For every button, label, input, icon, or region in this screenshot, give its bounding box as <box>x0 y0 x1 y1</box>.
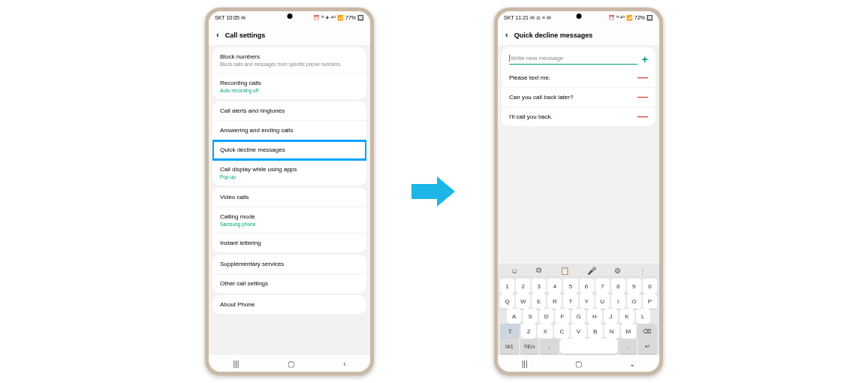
status-right: ⏰ ᴺ ⁴ᴳ 📶 72% 🔲 <box>608 15 653 21</box>
key[interactable]: ¹/En <box>520 339 539 354</box>
key[interactable]: L <box>636 309 650 324</box>
nav-recents-icon[interactable]: ||| <box>233 360 239 368</box>
settings-item-label: Calling mode <box>220 213 359 220</box>
decline-message-row[interactable]: Please text me.— <box>502 68 656 88</box>
key[interactable]: 2 <box>516 279 530 294</box>
remove-message-icon[interactable]: — <box>637 75 648 80</box>
space-key[interactable] <box>560 339 617 354</box>
keyboard-toolbar-icon[interactable]: ⚙ <box>614 267 621 275</box>
settings-item[interactable]: Call alerts and ringtones <box>212 101 366 121</box>
key[interactable]: , <box>540 339 559 354</box>
nav-recents-icon[interactable]: ||| <box>522 360 528 368</box>
key[interactable]: B <box>588 324 603 339</box>
settings-item-label: Call display while using apps <box>220 166 359 173</box>
settings-item[interactable]: Recording callsAuto recording off <box>212 74 366 99</box>
key[interactable]: 0 <box>643 279 657 294</box>
back-icon[interactable]: ‹ <box>216 31 219 39</box>
key[interactable]: 6 <box>580 279 594 294</box>
keyboard[interactable]: ☺⧉📋🎤⚙⋮ 1234567890QWERTYUIOPASDFGHJKL⇧ZXC… <box>498 264 659 355</box>
keyboard-toolbar-icon[interactable]: ⧉ <box>536 266 541 275</box>
key[interactable]: Y <box>580 294 594 309</box>
back-icon[interactable]: ‹ <box>505 31 508 39</box>
key[interactable]: 7 <box>595 279 610 294</box>
settings-item[interactable]: Answering and ending calls <box>212 121 366 140</box>
key[interactable]: 8 <box>611 279 625 294</box>
settings-group: Block numbersBlock calls and messages fr… <box>212 47 366 99</box>
backspace-key[interactable]: ⌫ <box>637 324 657 339</box>
decline-message-text: Please text me. <box>509 74 550 81</box>
camera-hole <box>576 14 581 19</box>
key[interactable]: 9 <box>627 279 641 294</box>
status-left: SKT 10:05 ✉ <box>215 15 246 21</box>
settings-item-sub: Samsung phone <box>220 222 359 227</box>
keyboard-toolbar-icon[interactable]: ⋮ <box>639 267 646 275</box>
keyboard-row: QWERTYUIOP <box>500 294 657 309</box>
input-placeholder: Write new message <box>509 55 563 62</box>
key[interactable]: 5 <box>563 279 577 294</box>
remove-message-icon[interactable]: — <box>637 95 648 100</box>
navbar: ||| ▢ ⌄ <box>498 355 659 372</box>
keyboard-toolbar-icon[interactable]: 🎤 <box>587 267 596 275</box>
decline-message-text: Can you call back later? <box>509 94 573 101</box>
key[interactable]: V <box>571 324 586 339</box>
key[interactable]: R <box>547 294 562 309</box>
settings-group: Supplementary servicesOther call setting… <box>212 255 366 293</box>
settings-item[interactable]: Block numbersBlock calls and messages fr… <box>212 47 366 74</box>
key[interactable]: F <box>555 309 569 324</box>
nav-back-icon[interactable]: ‹ <box>343 360 345 368</box>
settings-group: About Phone <box>212 295 366 314</box>
key[interactable]: W <box>516 294 530 309</box>
nav-collapse-icon[interactable]: ⌄ <box>629 360 635 368</box>
key[interactable]: 1 <box>500 279 514 294</box>
remove-message-icon[interactable]: — <box>637 114 648 119</box>
nav-home-icon[interactable]: ▢ <box>575 360 582 368</box>
key[interactable]: 4 <box>547 279 562 294</box>
key[interactable]: D <box>539 309 553 324</box>
status-left: SKT 11:21 ✉ ⊙ ≡ ✉ <box>504 15 551 21</box>
settings-item[interactable]: Quick decline messages <box>212 140 366 160</box>
settings-item[interactable]: Call display while using appsPop-up <box>212 160 366 185</box>
key[interactable]: A <box>507 309 521 324</box>
decline-message-row[interactable]: Can you call back later?— <box>502 88 656 107</box>
key[interactable]: C <box>554 324 569 339</box>
add-message-icon[interactable]: + <box>642 53 648 65</box>
settings-item[interactable]: About Phone <box>212 295 366 314</box>
new-message-row: Write new message + <box>502 47 656 68</box>
key[interactable]: T <box>563 294 577 309</box>
settings-item-label: Quick decline messages <box>220 146 359 153</box>
key[interactable]: N <box>604 324 619 339</box>
keyboard-toolbar-icon[interactable]: 📋 <box>560 267 569 275</box>
key[interactable]: G <box>571 309 586 324</box>
settings-list[interactable]: Block numbersBlock calls and messages fr… <box>209 45 370 355</box>
key[interactable]: H <box>587 309 601 324</box>
key[interactable]: S <box>523 309 537 324</box>
key[interactable]: Q <box>500 294 514 309</box>
settings-item[interactable]: Calling modeSamsung phone <box>212 207 366 234</box>
decline-message-row[interactable]: I'll call you back.— <box>502 107 656 126</box>
key[interactable]: E <box>532 294 546 309</box>
key[interactable]: I <box>611 294 625 309</box>
key[interactable]: 3 <box>532 279 546 294</box>
key[interactable]: !#1 <box>500 339 519 354</box>
screen-right: SKT 11:21 ✉ ⊙ ≡ ✉ ⏰ ᴺ ⁴ᴳ 📶 72% 🔲 ‹ Quick… <box>498 11 659 372</box>
key[interactable]: U <box>595 294 610 309</box>
settings-item-label: Video calls <box>220 194 359 201</box>
settings-item[interactable]: Instant lettering <box>212 234 366 252</box>
key[interactable]: K <box>619 309 634 324</box>
settings-item[interactable]: Video calls <box>212 188 366 207</box>
settings-item[interactable]: Supplementary services <box>212 255 366 274</box>
key[interactable]: . <box>619 339 637 354</box>
shift-key[interactable]: ⇧ <box>500 324 520 339</box>
new-message-input[interactable]: Write new message <box>509 55 637 65</box>
key[interactable]: Z <box>521 324 536 339</box>
key[interactable]: P <box>643 294 657 309</box>
nav-home-icon[interactable]: ▢ <box>288 360 294 368</box>
key[interactable]: O <box>627 294 641 309</box>
key[interactable]: ↵ <box>638 339 657 354</box>
key[interactable]: X <box>538 324 553 339</box>
settings-item[interactable]: Other call settings <box>212 274 366 293</box>
keyboard-toolbar-icon[interactable]: ☺ <box>511 267 518 275</box>
key[interactable]: J <box>604 309 618 324</box>
key[interactable]: M <box>621 324 636 339</box>
titlebar: ‹ Call settings <box>209 25 370 45</box>
